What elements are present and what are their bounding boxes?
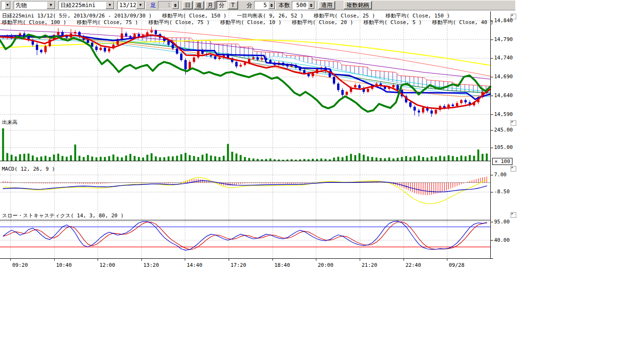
price-axis-tick: 14,690 (494, 74, 513, 80)
indicator-label: 移動平均( Close, 20 ) (292, 19, 353, 26)
stoch-axis-tick: 40.00 (494, 237, 510, 243)
macd-pane-label: MACD( 12, 26, 9 ) (2, 166, 55, 172)
time-axis-tick: 09/28 (449, 262, 464, 268)
stoch-axis-tick: 95.00 (494, 219, 510, 225)
price-axis-tick: 14,740 (494, 55, 513, 61)
indicator-label: 移動平均( Close, 100 ) (2, 19, 66, 26)
indicator-label: 日経225mini 13/12( 5分, 2013/09/26 - 2013/0… (2, 12, 152, 19)
time-axis-tick: 09:20 (12, 262, 28, 268)
price-axis-tick: 14,590 (494, 111, 513, 117)
pane-expand-icon[interactable] (511, 212, 516, 218)
price-axis-tick: 14,840 (494, 17, 513, 24)
indicator-label: 移動平均( Close, 75 ) (77, 19, 138, 26)
time-axis-tick: 17:20 (231, 262, 246, 268)
volume-axis-tick: 245.00 (494, 127, 513, 133)
indicator-label: 一目均衡表( 9, 26, 52 ) (237, 12, 304, 19)
time-axis-tick: 14:40 (187, 262, 202, 268)
time-axis-tick: 12:00 (99, 262, 115, 268)
macd-axis-tick: -8.50 (494, 189, 510, 195)
stoch-pane-label: スロー・ストキャスティクス( 14, 3, 80, 20 ) (2, 212, 124, 219)
volume-axis-tick: 105.00 (494, 144, 513, 150)
price-axis-tick: 14,640 (494, 92, 513, 99)
indicator-label: 移動平均( Close, 10 ) (220, 19, 281, 26)
indicator-label: 移動平均( Close, 150 ) (386, 12, 450, 19)
time-axis-tick: 18:40 (274, 262, 290, 268)
volume-multiplier-badge: × 100 (492, 158, 512, 165)
time-axis-tick: 22:40 (405, 262, 421, 268)
time-axis-tick: 21:20 (362, 262, 377, 268)
indicator-header-row2: 移動平均( Close, 100 )移動平均( Close, 75 )移動平均(… (2, 19, 494, 26)
time-axis-tick: 10:40 (56, 262, 72, 268)
indicator-label: 移動平均( Close, 40 ) (432, 19, 494, 26)
time-axis-tick: 13:20 (143, 262, 159, 268)
pane-expand-icon[interactable] (511, 120, 516, 126)
indicator-label: 移動平均( Close, 150 ) (162, 12, 227, 19)
indicator-label: 移動平均( Close, 75 ) (149, 19, 210, 26)
price-axis-tick: 14,790 (494, 36, 513, 42)
chart-canvas[interactable] (0, 0, 644, 362)
indicator-label: 移動平均( Close, 5 ) (363, 19, 421, 26)
time-axis-tick: 20:00 (318, 262, 333, 268)
indicator-label: 移動平均( Close, 25 ) (314, 12, 375, 19)
indicator-header-row1: 日経225mini 13/12( 5分, 2013/09/26 - 2013/0… (2, 12, 450, 19)
pane-expand-icon[interactable] (511, 166, 516, 172)
macd-axis-tick: 7.00 (494, 172, 507, 178)
volume-pane-label: 出来高 (2, 119, 17, 126)
